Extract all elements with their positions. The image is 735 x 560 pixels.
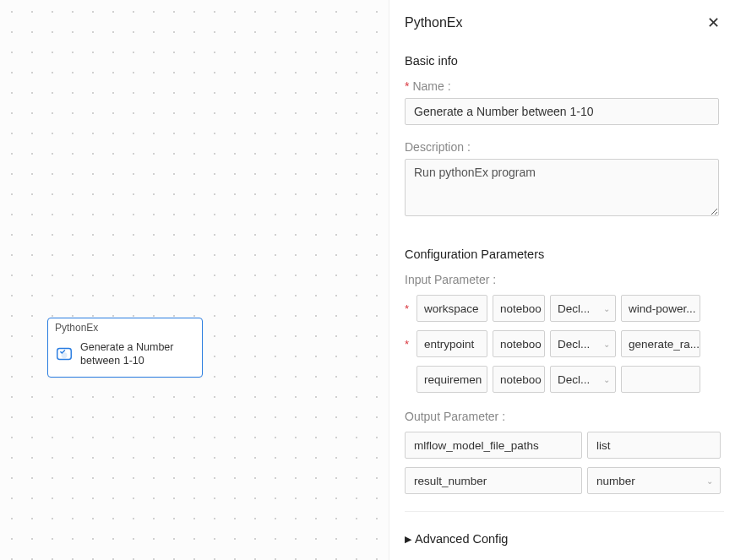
close-icon[interactable]: ✕ (702, 12, 725, 34)
advanced-config-label: Advanced Config (415, 532, 508, 546)
output-parameter-label: Output Parameter : (405, 410, 725, 423)
param-type-cell[interactable]: noteboo (493, 295, 545, 322)
param-name-cell[interactable]: workspace (416, 295, 487, 322)
description-field[interactable] (405, 159, 719, 216)
param-type-cell[interactable]: noteboo (493, 330, 545, 357)
python-step-icon (55, 345, 74, 363)
param-type-cell[interactable]: noteboo (493, 366, 545, 393)
output-type-value: number (596, 475, 635, 487)
workflow-canvas[interactable]: PythonEx Generate a Number between 1-10 (0, 0, 389, 560)
input-param-row: * requiremen noteboo Decl... ⌄ (405, 366, 725, 393)
basic-info-heading: Basic info (405, 54, 725, 68)
output-name-cell[interactable]: mlflow_model_file_paths (405, 432, 582, 459)
chevron-down-icon: ⌄ (603, 340, 610, 349)
required-mark: * (405, 302, 411, 315)
chevron-down-icon: ⌄ (603, 304, 610, 313)
node-title: Generate a Number between 1-10 (80, 340, 195, 368)
param-source-value: Decl... (558, 302, 590, 315)
param-value-cell[interactable]: generate_ra... (621, 330, 700, 357)
output-type-select[interactable]: number ⌄ (587, 467, 721, 494)
output-param-row: mlflow_model_file_paths list (405, 432, 725, 459)
param-source-value: Decl... (558, 338, 590, 351)
description-label: Description : (405, 140, 725, 154)
advanced-config-toggle[interactable]: ▶ Advanced Config (405, 532, 725, 546)
name-field[interactable] (405, 98, 719, 125)
input-param-row: * entrypoint noteboo Decl... ⌄ generate_… (405, 330, 725, 357)
input-parameter-label: Input Parameter : (405, 273, 725, 286)
config-params-heading: Configuration Parameters (405, 247, 725, 261)
name-label: Name : (405, 79, 725, 93)
required-mark: * (405, 338, 411, 351)
param-source-value: Decl... (558, 373, 590, 386)
caret-right-icon: ▶ (405, 534, 411, 545)
output-name-cell[interactable]: result_number (405, 467, 582, 494)
chevron-down-icon: ⌄ (706, 476, 713, 486)
output-type-cell[interactable]: list (587, 432, 721, 459)
param-value-cell[interactable] (621, 366, 700, 393)
chevron-down-icon: ⌄ (603, 375, 610, 384)
section-divider (405, 511, 724, 512)
param-name-cell[interactable]: entrypoint (416, 330, 487, 357)
panel-title: PythonEx (405, 15, 462, 30)
param-name-cell[interactable]: requiremen (416, 366, 487, 393)
param-source-select[interactable]: Decl... ⌄ (550, 366, 616, 393)
output-param-row: result_number number ⌄ (405, 467, 725, 494)
param-value-cell[interactable]: wind-power... (621, 295, 700, 322)
param-source-select[interactable]: Decl... ⌄ (550, 295, 616, 322)
node-type-label: PythonEx (48, 318, 202, 335)
workflow-node-pythonex[interactable]: PythonEx Generate a Number between 1-10 (47, 318, 203, 378)
properties-panel: PythonEx ✕ Basic info Name : Description… (389, 0, 735, 560)
param-source-select[interactable]: Decl... ⌄ (550, 330, 616, 357)
input-param-row: * workspace noteboo Decl... ⌄ wind-power… (405, 295, 725, 322)
